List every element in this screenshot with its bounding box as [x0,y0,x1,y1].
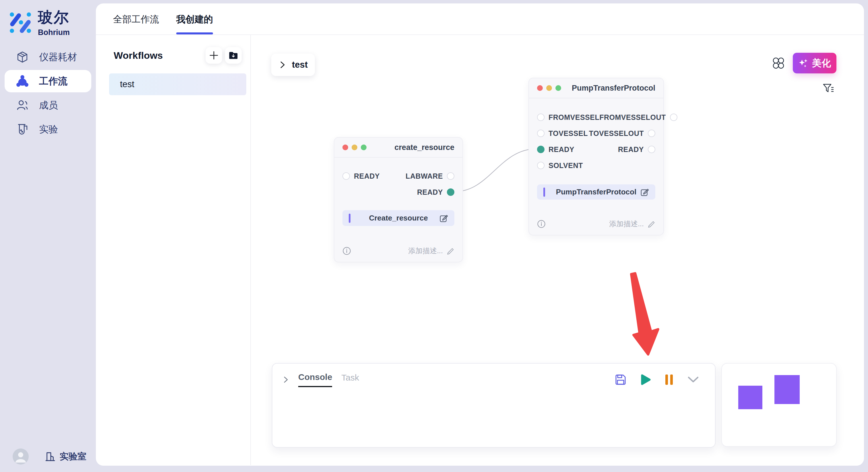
sidebar-item-label: 仪器耗材 [39,51,77,64]
sparkles-icon [798,58,809,68]
console-panel: Console Task [272,363,716,448]
minimap-node-create-resource [738,386,763,409]
sidebar-item-label: 工作流 [39,75,67,88]
edit-square-icon[interactable] [439,214,448,223]
beautify-button[interactable]: 美化 [793,53,836,73]
minimap[interactable] [721,363,837,447]
tab-created-by-me[interactable]: 我创建的 [176,13,213,34]
node-header: PumpTransferProtocol [529,78,663,98]
port-tovesselout[interactable]: TOVESSELOUT [589,129,655,138]
port-circle[interactable] [447,172,454,180]
port-circle[interactable] [648,130,655,137]
brand-name-en: Bohrium [38,28,70,37]
breadcrumb[interactable]: test [271,54,315,76]
port-ready-in[interactable]: READY [537,145,575,154]
port-fromvessel[interactable]: FROMVESSEL [537,113,599,122]
sidebar-item-label: 实验 [39,123,58,136]
text-caret [544,188,545,197]
sidebar-item-experiment[interactable]: 实验 [5,118,91,140]
minimap-node-pump-transfer [774,375,800,404]
port-circle[interactable] [537,130,545,137]
run-icon[interactable] [640,374,651,386]
node-title: PumpTransferProtocol [572,84,655,93]
node-pump-transfer-protocol[interactable]: PumpTransferProtocol FROMVESSEL FROMVESS… [528,78,664,235]
port-circle[interactable] [537,162,545,169]
lab-switcher[interactable]: 实验室 [45,450,86,463]
command-clover-icon[interactable] [772,57,785,69]
traffic-dot-green [361,144,367,150]
traffic-dot-yellow [546,85,552,91]
brand-logo: 玻尔 Bohrium [9,7,70,37]
port-circle[interactable] [670,113,677,121]
traffic-dot-yellow [352,144,358,150]
port-fromvesselout[interactable]: FROMVESSELOUT [599,113,677,122]
sidebar-item-label: 成员 [39,99,58,112]
port-circle-connected[interactable] [447,189,454,196]
add-description[interactable]: 添加描述... [609,219,655,229]
port-circle[interactable] [648,146,655,153]
sidebar-item-instruments[interactable]: 仪器耗材 [5,46,91,68]
expand-chevron-icon[interactable] [283,376,289,384]
edit-square-icon[interactable] [640,188,649,196]
import-workflow-button[interactable] [225,47,242,64]
port-labware-out[interactable]: LABWARE [406,172,454,180]
experiment-icon [16,123,29,136]
port-ready-out[interactable]: READY [417,188,454,196]
box-icon [16,51,29,63]
traffic-dot-red [342,144,348,150]
plus-icon [209,50,219,60]
beautify-label: 美化 [812,57,831,70]
collapse-chevron-down-icon[interactable] [687,376,700,383]
port-circle-connected[interactable] [537,146,545,153]
node-action-pump-transfer[interactable]: PumpTransferProtocol [537,184,655,200]
lab-label: 实验室 [60,450,86,463]
sidebar-nav: 仪器耗材 工作流 成员 [0,46,96,140]
main-content: 全部工作流 我创建的 Workflows [96,3,864,466]
workflow-icon [16,75,29,88]
pencil-icon [648,220,655,228]
port-ready-in[interactable]: READY [342,172,380,180]
avatar[interactable] [12,448,29,465]
workflow-list-item-test[interactable]: test [109,73,246,95]
breadcrumb-label: test [292,60,308,70]
building-icon [45,451,56,462]
traffic-dot-red [537,85,543,91]
node-create-resource[interactable]: create_resource READY LABWARE [334,137,463,262]
port-solvent[interactable]: SOLVENT [537,162,583,170]
port-circle[interactable] [342,172,350,180]
brand-name-zh: 玻尔 [38,7,70,28]
pencil-icon [447,247,454,255]
text-caret [349,214,350,223]
chevron-right-icon [279,61,286,69]
pause-icon[interactable] [664,374,674,386]
port-ready-out[interactable]: READY [618,145,655,154]
add-description[interactable]: 添加描述... [408,246,454,256]
node-title: create_resource [394,143,454,152]
members-icon [16,99,29,111]
folder-download-icon [228,50,239,61]
workflows-title: Workflows [114,50,163,61]
workflow-tabbar: 全部工作流 我创建的 [96,3,864,35]
tab-task[interactable]: Task [341,373,359,386]
filter-icon[interactable] [822,82,834,95]
tab-console[interactable]: Console [298,372,332,387]
sidebar-item-workflow[interactable]: 工作流 [5,70,91,92]
add-workflow-button[interactable] [206,47,222,64]
info-icon[interactable] [537,220,546,228]
port-circle[interactable] [537,113,545,121]
node-header: create_resource [334,138,462,158]
node-action-create-resource[interactable]: Create_resource [342,210,454,226]
port-tovessel[interactable]: TOVESSEL [537,129,588,138]
workflow-canvas[interactable]: test 美化 [251,35,864,465]
sidebar: 玻尔 Bohrium 仪器耗材 [0,0,96,472]
tab-all-workflows[interactable]: 全部工作流 [113,13,159,34]
traffic-dot-green [555,85,561,91]
bohrium-logo-icon [9,11,32,34]
workflows-panel: Workflows [96,35,251,465]
save-icon[interactable] [615,374,627,386]
info-icon[interactable] [342,247,351,255]
sidebar-item-members[interactable]: 成员 [5,94,91,116]
